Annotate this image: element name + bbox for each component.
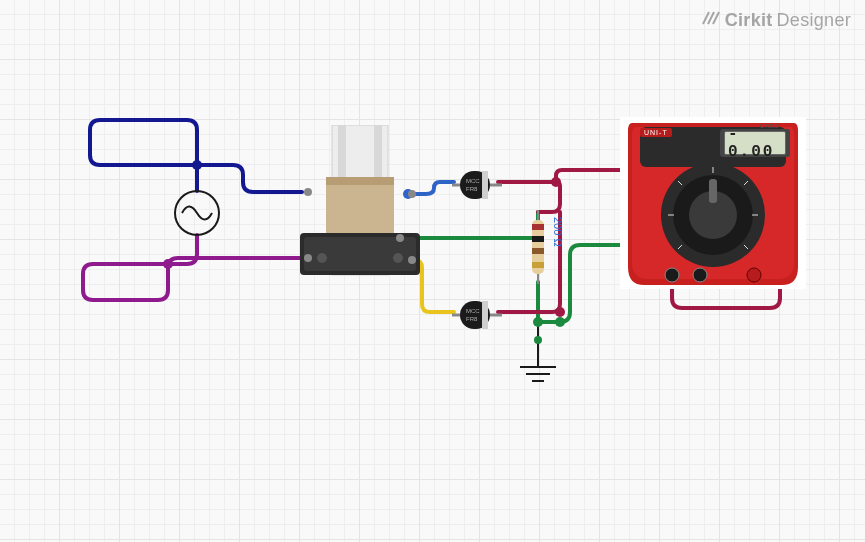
svg-rect-48 [532,248,544,254]
svg-point-65 [693,268,707,282]
watermark-suffix: Designer [777,10,851,31]
ground-symbol [520,367,556,381]
svg-point-9 [555,317,565,327]
wire-darkblue [90,120,302,192]
resistor[interactable] [531,210,545,284]
circuit-canvas[interactable]: Cirkit Designer [0,0,865,542]
diode-1[interactable]: MCC FR8 [452,167,498,203]
watermark-brand: Cirkit [725,10,773,31]
svg-text:FR8: FR8 [466,186,478,192]
svg-rect-24 [326,177,394,233]
multimeter[interactable]: UNI-T UT33B - 0.00 [620,117,806,289]
svg-rect-40 [482,301,488,329]
hatch-icon [701,10,721,31]
svg-point-11 [551,177,561,187]
svg-text:FR8: FR8 [466,316,478,322]
svg-point-8 [533,317,543,327]
svg-point-17 [534,336,542,344]
svg-rect-35 [482,171,488,199]
svg-rect-46 [532,224,544,230]
svg-point-4 [163,259,173,269]
svg-text:MCC: MCC [466,308,480,314]
watermark: Cirkit Designer [701,10,851,31]
svg-point-32 [393,253,403,263]
svg-point-3 [192,160,202,170]
svg-point-66 [747,268,761,282]
svg-rect-56 [709,179,717,203]
multimeter-brand: UNI-T [640,128,672,137]
svg-point-29 [396,234,404,242]
svg-point-31 [317,253,327,263]
diode-marking: MCC [466,178,480,184]
svg-point-30 [408,256,416,264]
svg-point-27 [304,254,312,262]
svg-point-26 [304,188,312,196]
svg-rect-25 [326,177,394,185]
transformer[interactable] [300,125,420,290]
resistor-label: 200 Ω [552,217,564,247]
wire-maroon-d2 [498,212,560,312]
svg-rect-47 [532,236,544,242]
multimeter-display: - 0.00 [724,131,786,155]
diode-2[interactable]: MCC FR8 [452,297,498,333]
wire-purple [83,235,302,300]
svg-point-12 [555,307,565,317]
ac-source[interactable] [172,188,222,238]
svg-point-64 [665,268,679,282]
wire-maroon-d1 [498,182,560,212]
svg-rect-49 [532,262,544,268]
svg-point-28 [408,190,416,198]
